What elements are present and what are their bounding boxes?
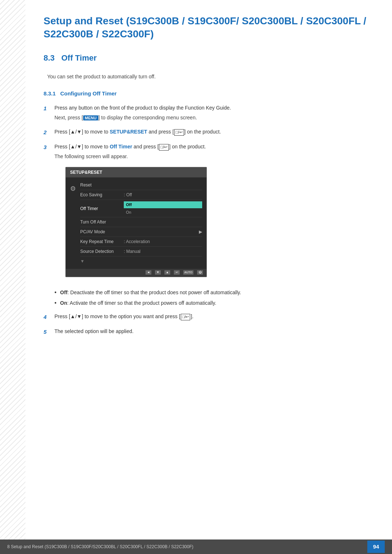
menu-row-source: Source Detection : Manual	[80, 247, 202, 257]
page-footer: 8 Setup and Reset (S19C300B / S19C300F/S…	[0, 539, 392, 554]
step-5-content: The selected option will be applied.	[54, 328, 370, 337]
footer-page-number: 94	[367, 541, 385, 553]
step-3: 3 Press [▲/▼] to move to Off Timer and p…	[44, 143, 370, 284]
steps-list: 1 Press any button on the front of the p…	[44, 104, 370, 284]
monitor-title-bar: SETUP&RESET	[66, 167, 207, 177]
step-3-main: Press [▲/▼] to move to Off Timer and pre…	[54, 143, 370, 151]
menu-label-keyrepeat: Key Repeat Time	[80, 238, 124, 245]
on-option: On	[124, 209, 202, 216]
off-option: Off	[124, 201, 202, 208]
step-2-main: Press [▲/▼] to move to SETUP&RESET and p…	[54, 128, 370, 136]
step-5: 5 The selected option will be applied.	[44, 328, 370, 337]
bullet-on-text: On: Activate the off timer so that the p…	[60, 299, 216, 307]
enter-icon: ↩	[174, 270, 180, 275]
step-2-number: 2	[44, 128, 54, 137]
off-timer-label: Off Timer	[110, 144, 132, 149]
menu-key: MENU	[83, 115, 98, 120]
bullet-dot-off: •	[54, 289, 57, 296]
arrow-icon: ▶	[199, 229, 202, 235]
monitor-menu: Reset Eco Saving : Off Off Timer	[80, 180, 202, 266]
step-4-main: Press [▲/▼] to move to the option you wa…	[54, 313, 370, 320]
subsection-heading: 8.3.1 Configuring Off Timer	[44, 90, 370, 98]
on-term: On	[60, 300, 67, 306]
bullet-on: • On: Activate the off timer so that the…	[54, 299, 370, 307]
menu-label-pcav: PC/AV Mode	[80, 229, 124, 235]
options-bullet-list: • Off: Deactivate the off timer so that …	[54, 289, 370, 307]
footer-text: 8 Setup and Reset (S19C300B / S19C300F/S…	[7, 543, 193, 550]
down-arrow-icon: ▼	[155, 270, 161, 275]
menu-value-source: : Manual	[124, 248, 202, 255]
setup-reset-label: SETUP&RESET	[110, 129, 147, 135]
off-timer-options: Off On	[124, 201, 202, 216]
step-1: 1 Press any button on the front of the p…	[44, 104, 370, 123]
subsection-title: Configuring Off Timer	[60, 90, 117, 97]
menu-row-more: ▼	[80, 257, 202, 266]
step-4: 4 Press [▲/▼] to move to the option you …	[44, 313, 370, 323]
step-5-main: The selected option will be applied.	[54, 328, 370, 335]
section-number: 8.3	[44, 53, 55, 62]
step-1-content: Press any button on the front of the pro…	[54, 104, 370, 123]
step-4-content: Press [▲/▼] to move to the option you wa…	[54, 313, 370, 323]
subsection-number: 8.3.1	[44, 90, 56, 97]
menu-row-pcav: PC/AV Mode ▶	[80, 227, 202, 237]
footer-btn-up: ▲	[164, 270, 170, 275]
step-1-main: Press any button on the front of the pro…	[54, 104, 370, 112]
left-border-decoration	[0, 0, 25, 554]
more-arrow: ▼	[80, 258, 124, 264]
bullet-off: • Off: Deactivate the off timer so that …	[54, 289, 370, 296]
up-arrow-icon: ▲	[164, 270, 170, 275]
intro-text: You can set the product to automatically…	[47, 73, 370, 81]
steps-list-2: 4 Press [▲/▼] to move to the option you …	[44, 313, 370, 337]
monitor-footer: ◄ ▼ ▲ ↩	[66, 269, 207, 277]
step-3-number: 3	[44, 143, 54, 152]
step-4-number: 4	[44, 313, 54, 321]
monitor-body: ⚙ Reset Eco Saving : Off Off Ti	[66, 177, 207, 269]
step-1-number: 1	[44, 104, 54, 113]
monitor-screenshot: SETUP&RESET ⚙ Reset Eco Saving : Off	[65, 167, 207, 277]
section-title: Off Timer	[61, 53, 97, 62]
menu-row-reset: Reset	[80, 180, 202, 190]
step-2-content: Press [▲/▼] to move to SETUP&RESET and p…	[54, 128, 370, 138]
menu-row-keyrepeat: Key Repeat Time : Acceleration	[80, 237, 202, 247]
footer-btn-down: ▼	[155, 270, 161, 275]
gear-icon: ⚙	[70, 184, 76, 266]
menu-value-keyrepeat: : Acceleration	[124, 238, 202, 245]
left-arrow-icon: ◄	[146, 270, 151, 275]
step-5-number: 5	[44, 328, 54, 336]
menu-row-turnoff: Turn Off After	[80, 217, 202, 227]
confirm-icon-2: □/↩	[159, 144, 169, 150]
menu-label-eco: Eco Saving	[80, 192, 124, 198]
menu-row-offtimer: Off Timer Off On	[80, 200, 202, 217]
step-2: 2 Press [▲/▼] to move to SETUP&RESET and…	[44, 128, 370, 138]
bullet-off-text: Off: Deactivate the off timer so that th…	[60, 289, 241, 296]
menu-label-offtimer: Off Timer	[80, 205, 124, 212]
menu-label-turnoff: Turn Off After	[80, 219, 124, 225]
menu-value-offtimer: Off On	[124, 201, 202, 216]
menu-row-eco: Eco Saving : Off	[80, 190, 202, 200]
confirm-icon: □/↩	[174, 129, 184, 135]
step-1-sub: Next, press [MENU] to display the corres…	[54, 114, 370, 122]
auto-icon: AUTO	[183, 270, 193, 275]
footer-btn-left: ◄	[146, 270, 151, 275]
menu-value-eco: : Off	[124, 192, 202, 198]
footer-btn-auto: AUTO	[183, 270, 193, 275]
page-title: Setup and Reset (S19C300B / S19C300F/ S2…	[44, 15, 370, 41]
footer-btn-power: ⏻	[197, 270, 203, 275]
menu-label-reset: Reset	[80, 182, 124, 188]
step-3-sub: The following screen will appear.	[54, 153, 370, 160]
off-term: Off	[60, 290, 68, 295]
confirm-icon-3: □/↩	[181, 314, 191, 320]
section-heading: 8.3 Off Timer	[44, 52, 370, 66]
menu-label-source: Source Detection	[80, 248, 124, 255]
bullet-dot-on: •	[54, 299, 57, 307]
footer-btn-enter: ↩	[174, 270, 180, 275]
step-3-content: Press [▲/▼] to move to Off Timer and pre…	[54, 143, 370, 284]
power-icon: ⏻	[197, 270, 203, 275]
